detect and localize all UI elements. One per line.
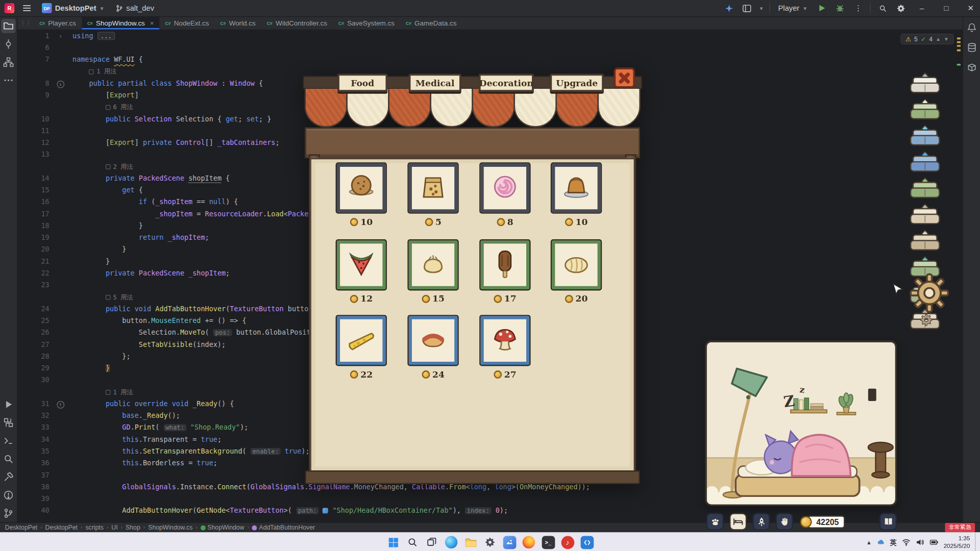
ai-assistant-icon[interactable] [723, 2, 735, 14]
breadcrumb-item[interactable]: UI [111, 524, 117, 531]
rider-logo-icon[interactable]: R [5, 3, 15, 13]
breadcrumb-item[interactable]: ShopWindow [201, 524, 244, 531]
run-button[interactable] [816, 2, 828, 14]
shop-item-watermelon[interactable]: 12 [337, 240, 386, 304]
photos-taskbar-icon[interactable] [502, 535, 517, 549]
editor-tab[interactable]: C#Player.cs [34, 17, 82, 29]
shop-tab-decoration[interactable]: Decoration [479, 73, 534, 92]
battery-icon[interactable] [929, 538, 938, 546]
window-minimize-button[interactable]: – [913, 0, 932, 16]
volume-icon[interactable] [916, 538, 924, 546]
breadcrumb-item[interactable]: Shop [126, 524, 140, 531]
status-badge[interactable]: 非常紧急 [945, 523, 975, 532]
structure-tool-icon[interactable] [1, 55, 15, 69]
layout-icon[interactable] [741, 2, 753, 14]
editor-tab[interactable]: C#World.cs [215, 17, 261, 29]
database-tool-icon[interactable] [964, 40, 978, 54]
package-tool-icon[interactable] [964, 60, 978, 74]
shop-item-bread[interactable]: 20 [552, 240, 601, 304]
tool-window-handle[interactable]: ⋮⋮ [17, 17, 34, 29]
shop-item-dumpling[interactable]: 15 [409, 240, 458, 304]
project-selector[interactable]: DP DesktopPet ▼ [39, 2, 107, 14]
terminal-taskbar-icon[interactable]: >_ [541, 535, 555, 549]
rocket-button[interactable] [752, 513, 770, 530]
chest-item[interactable] [908, 230, 943, 255]
chest-item[interactable] [908, 204, 943, 229]
onedrive-icon[interactable] [877, 538, 885, 546]
find-tool-icon[interactable] [1, 452, 15, 466]
search-taskbar-icon[interactable] [405, 535, 420, 549]
chest-item[interactable] [908, 178, 943, 203]
run-tool-icon[interactable] [1, 397, 15, 412]
settings-taskbar-icon[interactable] [482, 535, 497, 549]
editor-tab[interactable]: C#NodeExt.cs [160, 17, 215, 29]
fold-arrow[interactable]: › [54, 30, 68, 42]
taskbar-clock[interactable]: 1:35 2025/5/20 [944, 535, 970, 549]
breadcrumb-item[interactable]: scripts [85, 524, 103, 531]
bell-tool-icon[interactable] [964, 20, 978, 34]
gear-item-icon[interactable] [909, 272, 950, 316]
firefox-taskbar-icon[interactable] [521, 535, 536, 549]
ime-indicator[interactable]: 英 [890, 538, 896, 547]
breadcrumb-item[interactable]: DesktopPet [45, 524, 78, 531]
paw-button[interactable] [706, 513, 724, 530]
breadcrumb-item[interactable]: AddTabButtonHover [252, 524, 315, 531]
inheritors-icon[interactable]: ↓ [57, 81, 64, 88]
shop-item-popsicle[interactable]: 17 [481, 240, 530, 304]
terminal-tool-icon[interactable] [1, 434, 15, 448]
more-tool-icon[interactable] [1, 73, 15, 87]
more-actions-icon[interactable]: ⋮ [852, 2, 864, 14]
inspection-widget[interactable]: ⚠ 5 ✓ 4 ▲ ▼ [900, 34, 953, 44]
run-configuration-selector[interactable]: Player ▼ [776, 3, 810, 14]
shop-close-button[interactable] [614, 67, 635, 88]
code-taskbar-icon[interactable] [579, 535, 594, 549]
small-gear-icon[interactable] [920, 314, 932, 329]
editor-tab[interactable]: C#GameData.cs [400, 17, 462, 29]
build-tool-icon[interactable] [1, 470, 15, 484]
music-taskbar-icon[interactable]: ♪ [560, 535, 575, 549]
chest-item[interactable] [908, 72, 943, 97]
breadcrumb-item[interactable]: DesktopPet [5, 524, 37, 531]
branch-tool-icon[interactable] [1, 506, 15, 520]
shop-item-mushroom[interactable]: 27 [481, 316, 530, 380]
tab-close-icon[interactable]: × [150, 19, 154, 27]
shop-tab-upgrade[interactable]: Upgrade [550, 73, 604, 92]
override-icon[interactable]: ↑ [57, 401, 64, 409]
editor-tab[interactable]: C#SaveSystem.cs [333, 17, 400, 29]
editor-tab[interactable]: C#ShopWindow.cs× [82, 17, 160, 29]
chest-item[interactable] [908, 125, 943, 150]
prev-issue-icon[interactable]: ▲ [936, 36, 941, 42]
commit-tool-icon[interactable] [1, 37, 15, 51]
folder-tool-icon[interactable] [1, 19, 15, 33]
explorer-taskbar-icon[interactable] [463, 535, 478, 549]
shop-item-cookie[interactable]: 10 [337, 164, 386, 227]
tray-chevron-icon[interactable]: ▲ [866, 539, 872, 545]
shop-item-candy-swirl[interactable]: 8 [481, 164, 530, 227]
chest-item[interactable] [908, 151, 943, 176]
main-menu-icon[interactable] [20, 2, 33, 14]
show-desktop-button[interactable] [975, 533, 977, 551]
services-tool-icon[interactable] [1, 415, 15, 430]
journal-button[interactable] [879, 513, 897, 530]
chest-item[interactable] [908, 98, 943, 123]
start-taskbar-icon[interactable] [386, 535, 401, 549]
hand-button[interactable] [776, 513, 793, 530]
shop-item-cheese[interactable]: 22 [337, 316, 386, 380]
search-everywhere-icon[interactable] [876, 2, 889, 14]
shop-tab-medical[interactable]: Medical [409, 73, 461, 92]
breadcrumb-item[interactable]: ShopWindow.cs [148, 524, 192, 531]
taskview-taskbar-icon[interactable] [424, 535, 439, 549]
shop-item-pudding[interactable]: 10 [552, 164, 601, 227]
problems-tool-icon[interactable] [1, 488, 15, 502]
window-close-button[interactable]: ✕ [961, 0, 980, 16]
window-maximize-button[interactable]: □ [937, 0, 956, 16]
shop-item-cookie-bag[interactable]: 5 [409, 164, 458, 227]
edge-taskbar-icon[interactable] [444, 535, 458, 549]
editor-tab[interactable]: C#WildController.cs [261, 17, 333, 29]
next-issue-icon[interactable]: ▼ [944, 36, 949, 42]
wifi-icon[interactable] [902, 538, 911, 546]
shop-item-hotdog[interactable]: 24 [409, 316, 458, 380]
settings-gear-icon[interactable] [894, 2, 906, 14]
bed-button[interactable] [729, 513, 747, 530]
debug-button[interactable] [834, 2, 846, 14]
